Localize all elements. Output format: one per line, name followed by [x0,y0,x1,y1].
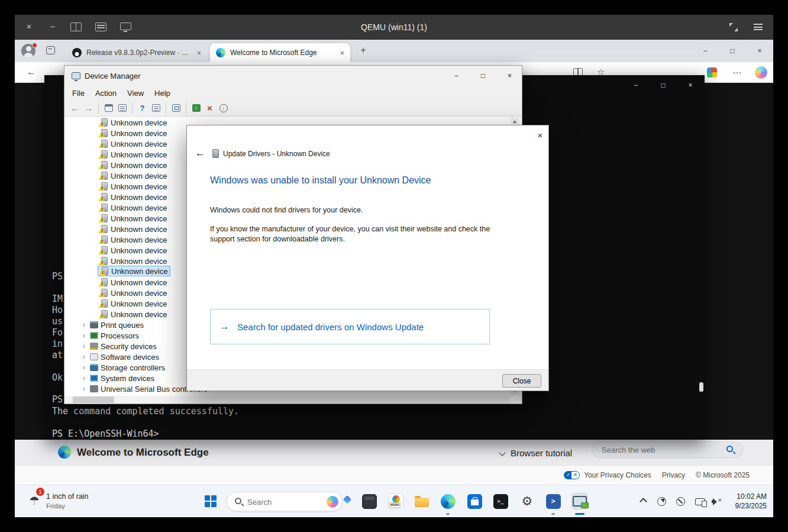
toolbar-properties-icon[interactable] [151,103,161,113]
cast-display-icon[interactable] [695,498,705,505]
copilot-search-icon[interactable] [327,496,338,508]
menu-view[interactable]: View [122,89,149,98]
chevron-right-icon[interactable]: › [80,364,88,371]
tray-overflow-icon[interactable] [640,498,647,505]
edge-minimize-icon[interactable]: − [692,40,719,62]
weather-title[interactable]: 1 inch of rain [46,492,89,501]
chevron-right-icon[interactable]: › [80,321,88,328]
tab-edge-welcome[interactable]: Welcome to Microsoft Edge × [210,43,350,62]
tab-close-icon[interactable]: × [196,49,201,57]
taskbar-app-m365[interactable]: M365 [387,493,404,510]
ps-close-icon[interactable]: × [677,75,704,95]
toolbar-help-icon[interactable]: ? [137,103,147,113]
tree-horizontal-scrollbar[interactable] [64,396,510,404]
taskbar-search-box[interactable] [227,492,343,511]
chevron-right-icon[interactable]: › [80,385,88,392]
browser-menu-icon[interactable]: … [732,65,742,76]
dm-maximize-icon[interactable]: □ [470,66,496,86]
privacy-choices-link[interactable]: Your Privacy Choices [564,471,651,479]
tree-row-unknown-device[interactable]: Unknown device [99,277,167,288]
tree-row-unknown-device[interactable]: Unknown device [99,202,167,213]
taskbar-app-powershell[interactable]: > [545,493,561,510]
toolbar-window-icon[interactable] [104,103,114,113]
tree-row-unknown-device[interactable]: Unknown device [99,224,167,234]
taskbar-app-store[interactable] [466,493,483,510]
tree-row-unknown-device[interactable]: Unknown device [99,298,167,309]
taskbar-search-input[interactable] [247,496,312,508]
browser-tutorial-dropdown[interactable]: Browser tutorial [500,445,572,460]
search-windows-update-button[interactable]: → Search for updated drivers on Windows … [210,309,490,344]
chevron-right-icon[interactable]: › [80,332,88,339]
ps-maximize-icon[interactable]: □ [650,75,677,95]
edge-maximize-icon[interactable]: □ [719,40,746,62]
tab-close-icon[interactable]: × [340,49,344,57]
ps-minimize-icon[interactable]: − [622,75,650,95]
tab-github-release[interactable]: Release v9.8.3.0p2-Preview · Pow × [66,43,207,62]
tree-row-unknown-device[interactable]: Unknown device [99,117,167,128]
tree-row-unknown-device[interactable]: Unknown device [99,181,167,192]
chevron-right-icon[interactable]: › [80,343,88,350]
toolbar-disable-icon[interactable]: ↓ [218,103,228,113]
weather-icon[interactable]: ☂ [29,494,40,508]
taskbar-app-terminal[interactable]: >_ [492,493,509,510]
new-tab-icon[interactable]: + [359,45,368,56]
privacy-link[interactable]: Privacy [662,471,685,479]
web-search-box[interactable] [592,441,743,458]
toolbar-scan-icon[interactable] [171,103,181,113]
toolbar-list-icon[interactable] [117,103,127,113]
toolbar-update-driver-icon[interactable]: ↑ [191,103,201,113]
tree-row-unknown-device[interactable]: Unknown device [99,213,167,224]
tree-row-unknown-device[interactable]: Unknown device [99,245,167,256]
edge-close-icon[interactable]: × [746,40,773,62]
tree-row-unknown-device[interactable]: Unknown device [99,288,167,298]
tree-row-unknown-device[interactable]: Unknown device [99,160,167,170]
taskbar-app-dark-window[interactable] [361,493,377,510]
tree-row-unknown-device-selected[interactable]: Unknown device [98,266,170,276]
tree-row-unknown-device[interactable]: Unknown device [99,192,167,202]
tree-row-unknown-device[interactable]: Unknown device [99,234,167,245]
taskbar-app-file-explorer[interactable] [414,493,430,510]
web-search-input[interactable] [602,444,714,455]
weather-subtitle[interactable]: Friday [46,502,65,510]
search-highlights-icon[interactable] [343,495,351,504]
tree-row-category[interactable]: ›Print queues [80,320,144,330]
copilot-icon[interactable] [755,66,767,79]
tree-row-unknown-device[interactable]: Unknown device [99,256,167,266]
start-button[interactable] [205,495,217,507]
tree-row-category[interactable]: ›Processors [80,330,139,341]
scrollbar-thumb[interactable] [73,396,114,403]
taskbar-app-settings[interactable]: ⚙ [519,493,535,510]
dm-close-icon[interactable]: × [496,66,523,86]
tab-actions-icon[interactable] [46,46,55,54]
toolbar-uninstall-icon[interactable]: × [205,103,215,113]
search-icon[interactable] [726,446,733,452]
menu-help[interactable]: Help [149,89,176,98]
dialog-back-icon[interactable]: ← [195,147,205,159]
dialog-close-icon[interactable]: × [534,128,547,141]
tree-row-unknown-device[interactable]: Unknown device [99,128,167,138]
terminal-scrollbar-thumb[interactable] [699,382,703,392]
tree-row-category[interactable]: ›Storage controllers [80,362,165,373]
toolbar-back-icon[interactable]: ← [70,103,80,113]
menu-action[interactable]: Action [90,89,122,98]
chevron-right-icon[interactable]: › [80,375,88,382]
tree-row-unknown-device[interactable]: Unknown device [99,138,167,149]
qemu-fullscreen-icon[interactable] [729,23,738,31]
browser-back-icon[interactable]: ← [27,67,36,78]
menu-file[interactable]: File [67,89,90,98]
tree-row-category[interactable]: ›Software devices [80,352,159,362]
toolbar-forward-icon[interactable]: → [83,103,93,113]
taskbar-app-device-manager[interactable] [571,493,588,510]
tree-row-unknown-device[interactable]: Unknown device [99,170,167,181]
taskbar-app-edge[interactable] [440,493,456,510]
scroll-up-icon[interactable] [513,120,516,123]
tree-row-unknown-device[interactable]: Unknown device [99,149,167,160]
qemu-menu-icon[interactable] [754,24,763,30]
chevron-right-icon[interactable]: › [80,353,88,360]
tree-row-unknown-device[interactable]: Unknown device [99,309,167,320]
do-not-disturb-icon[interactable] [676,497,685,506]
sync-icon[interactable] [657,497,666,506]
extension-icon[interactable] [707,67,717,78]
taskbar-clock[interactable]: 10:02 AM 9/23/2025 [735,492,767,511]
volume-muted-icon[interactable] [712,497,722,506]
